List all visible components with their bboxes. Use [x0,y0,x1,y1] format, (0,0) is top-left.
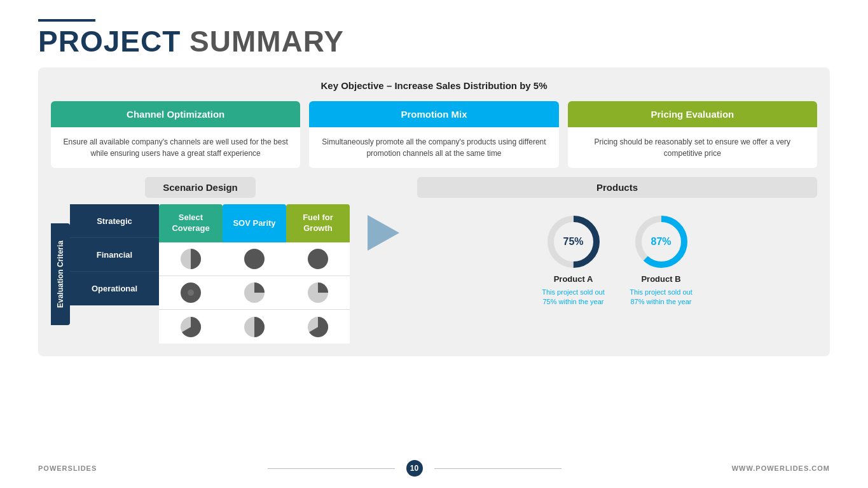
key-objective: Key Objective – Increase Sales Distribut… [51,80,817,91]
product-item-b: 87% Product B This project sold out 87% … [626,213,696,307]
title-summary-word: SUMMARY [181,25,344,58]
scenario-col-sov: SOV Parity [223,204,286,344]
criteria-row-financial: Financial [70,238,159,272]
scenario-cell-f3 [286,310,350,344]
scenario-grid: Evaluation Criteria Strategic Financial … [51,204,350,344]
product-item-a: 75% Product A This project sold out 75% … [539,213,609,307]
footer-line-left [268,468,395,469]
pie-s2 [179,281,203,305]
svg-point-7 [308,249,328,269]
title-line [38,19,95,22]
col-header-promotion: Promotion Mix [309,101,558,127]
scenario-cell-sov3 [223,310,286,344]
scenario-left: Scenario Design Evaluation Criteria Stra… [51,177,350,344]
col-body-promotion: Simultaneously promote all the company's… [309,127,558,168]
criteria-rows-col: Strategic Financial Operational [70,204,159,344]
pie-sov3 [242,315,266,339]
pie-f1 [306,247,330,271]
products-title: Products [417,177,817,198]
donut-label-a: 75% [563,236,583,247]
pie-s3 [179,315,203,339]
scenario-header-fuel: Fuel forGrowth [286,204,350,242]
scenario-cell-s2 [159,276,223,310]
criteria-row-operational: Operational [70,272,159,305]
scenario-cell-sov1 [223,242,286,276]
main-content: Key Objective – Increase Sales Distribut… [38,67,830,356]
scenario-cell-s1 [159,242,223,276]
scenario-title: Scenario Design [145,177,256,198]
pie-s1 [179,247,203,271]
title-project-word: PROJECT [38,25,181,58]
page: PROJECT SUMMARY Key Objective – Increase… [0,0,868,488]
scenario-cell-s3 [159,310,223,344]
col-header-pricing: Pricing Evaluation [568,101,817,127]
scenario-col-fuel: Fuel forGrowth [286,204,350,344]
pie-sov1 [242,247,266,271]
footer-page: 10 [406,460,423,477]
scenario-cell-sov2 [223,276,286,310]
pie-f3 [306,315,330,339]
product-name-a: Product A [554,274,593,284]
svg-point-2 [188,289,194,296]
svg-point-4 [244,249,265,269]
products-section: Products 75% Product A This project sold [417,177,817,307]
product-desc-b: This project sold out 87% within the yea… [626,288,696,307]
scenario-cell-f1 [286,242,350,276]
col-body-pricing: Pricing should be reasonably set to ensu… [568,127,817,168]
footer-center: 10 [268,460,561,477]
footer-line-right [434,468,561,469]
scenario-header-sov: SOV Parity [223,204,286,242]
criteria-row-strategic: Strategic [70,204,159,238]
pie-sov2 [242,281,266,305]
title-bar: PROJECT SUMMARY [38,19,830,56]
eval-criteria-label: Evaluation Criteria [51,223,70,325]
col-header-channel: Channel Optimization [51,101,300,127]
eval-criteria-col: Evaluation Criteria [51,204,70,344]
arrow-col [361,215,406,251]
product-name-b: Product B [641,274,680,284]
page-title: PROJECT SUMMARY [38,27,830,56]
column-card-channel: Channel Optimization Ensure all availabl… [51,101,300,168]
column-card-promotion: Promotion Mix Simultaneously promote all… [309,101,558,168]
pie-f2 [306,281,330,305]
donut-b: 87% [633,213,690,270]
product-desc-a: This project sold out 75% within the yea… [539,288,609,307]
scenario-header-select: SelectCoverage [159,204,223,242]
donut-label-b: 87% [651,236,671,247]
scenario-cell-f2 [286,276,350,310]
scenario-section: Scenario Design Evaluation Criteria Stra… [51,177,817,344]
col-body-channel: Ensure all available company's channels … [51,127,300,168]
products-row: 75% Product A This project sold out 75% … [539,213,696,307]
arrow-icon [368,215,399,251]
donut-a: 75% [545,213,602,270]
column-card-pricing: Pricing Evaluation Pricing should be rea… [568,101,817,168]
footer-left: POWERSLIDES [38,464,97,472]
scenario-col-select: SelectCoverage [159,204,223,344]
top-columns: Channel Optimization Ensure all availabl… [51,101,817,168]
footer-right: WWW.POWERLIDES.COM [732,464,830,472]
footer: POWERSLIDES 10 WWW.POWERLIDES.COM [38,460,830,477]
